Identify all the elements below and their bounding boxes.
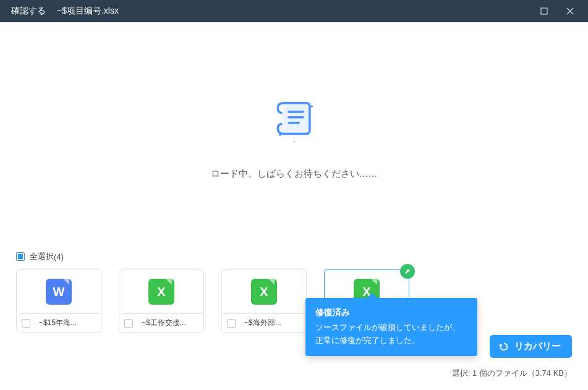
- popover-title: 修復済み: [315, 305, 467, 319]
- word-file-icon: W: [46, 279, 72, 305]
- close-icon: [566, 7, 574, 15]
- window-title: 確認する: [11, 6, 46, 17]
- repaired-badge: [400, 264, 415, 279]
- window-filename: ~$项目编号.xlsx: [57, 6, 119, 17]
- file-card[interactable]: W ~$15年海...: [16, 269, 101, 333]
- scroll-document-icon: [266, 96, 322, 146]
- svg-rect-0: [541, 8, 547, 14]
- loading-text: ロード中。しばらくお待ちください……: [211, 168, 378, 180]
- file-card-strip: W ~$15年海... X ~$工作交接... X ~$海外部...: [16, 269, 572, 333]
- select-all-row[interactable]: 全選択 (4): [16, 251, 64, 262]
- maximize-icon: [540, 7, 548, 15]
- loading-area: ロード中。しばらくお待ちください……: [0, 96, 588, 180]
- file-name: ~$工作交接...: [142, 318, 198, 328]
- svg-point-6: [293, 141, 295, 143]
- svg-point-5: [310, 105, 313, 108]
- restore-icon: [498, 341, 509, 352]
- file-checkbox[interactable]: [124, 319, 133, 328]
- excel-file-icon: X: [148, 279, 174, 305]
- file-checkbox[interactable]: [227, 319, 236, 328]
- file-name: ~$15年海...: [39, 318, 96, 328]
- selection-status: 選択: 1 個のファイル（3.74 KB）: [452, 368, 572, 379]
- file-card[interactable]: X ~$工作交接...: [119, 269, 204, 333]
- file-name: ~$海外部...: [244, 318, 301, 328]
- recover-button[interactable]: リカバリー: [490, 335, 572, 358]
- popover-body: ソースファイルが破損していましたが、正常に修復が完了しました。: [315, 323, 460, 345]
- file-checkbox[interactable]: [22, 319, 30, 328]
- svg-point-4: [279, 134, 281, 136]
- select-all-checkbox[interactable]: [16, 252, 25, 261]
- main-panel: ロード中。しばらくお待ちください…… 全選択 (4) W ~$15年海... X…: [0, 22, 588, 390]
- excel-file-icon: X: [251, 279, 277, 305]
- file-card[interactable]: X ~$海外部...: [221, 269, 307, 333]
- repair-popover: 修復済み ソースファイルが破損していましたが、正常に修復が完了しました。: [305, 298, 477, 356]
- window-close-button[interactable]: [557, 0, 583, 22]
- recover-button-label: リカバリー: [514, 341, 561, 352]
- window-maximize-button[interactable]: [531, 0, 557, 22]
- wrench-icon: [404, 268, 412, 276]
- title-bar: 確認する ~$项目编号.xlsx: [0, 0, 588, 22]
- select-all-count: (4): [54, 252, 64, 261]
- select-all-label: 全選択: [30, 251, 54, 262]
